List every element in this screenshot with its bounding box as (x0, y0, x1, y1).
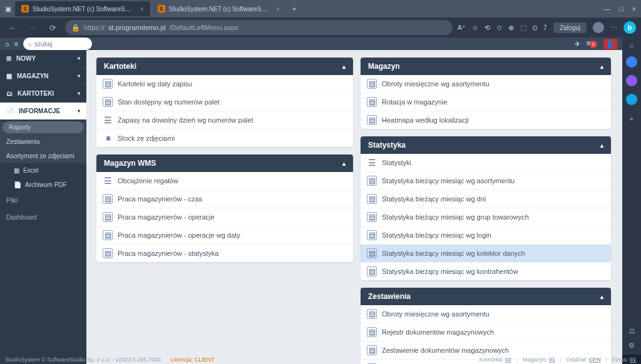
panel-header[interactable]: Zestawienia▴ (361, 288, 611, 305)
panel: Zestawienia▴▤Obroty miesięczne wg asorty… (361, 288, 611, 364)
panel-item[interactable]: ▤Praca magazynierów - operacje wg daty (96, 226, 353, 245)
main-content: Kartoteki▴▤Kartoteki wg daty zapisu▤Stan… (86, 50, 622, 364)
panel-item[interactable]: ☰Obciążenie regałów (96, 172, 353, 190)
panel-item[interactable]: ▤Rejestr dokumentów magazynowych (361, 323, 611, 341)
home-icon[interactable]: ⌂ (5, 40, 9, 48)
sync-icon[interactable]: ⟲ (485, 24, 490, 32)
panel-item[interactable]: ▤Statystyka bieżący miesiąc wg kolektor … (361, 245, 611, 263)
browser-tab[interactable]: S StudioSystem.NET (c) SoftwareS… × (151, 1, 287, 16)
maximize-button[interactable]: □ (619, 5, 623, 13)
share-icon[interactable]: ⤴ (543, 24, 547, 31)
list-icon: ☰ (367, 158, 377, 168)
chevron-icon: ▾ (78, 91, 80, 96)
back-button[interactable]: ← (5, 20, 20, 35)
window-titlebar: ▣ S StudioSystem.NET (c) SoftwareS… × S … (0, 0, 641, 18)
panel-item[interactable]: ▤Statystyka bieżący miesiąc wg login (361, 226, 611, 245)
panel-item[interactable]: ▤Statystyka bieżący miesiąc wg dni (361, 190, 611, 208)
section-icon: ⊞ (6, 55, 11, 62)
panel-item-label: Statystyka bieżący miesiąc wg login (382, 231, 491, 239)
collections-icon[interactable]: ⊕ (508, 24, 514, 32)
panel-item-label: Statystyka bieżący miesiąc wg kolektor d… (382, 250, 525, 257)
close-icon[interactable]: × (140, 6, 144, 13)
document-icon: ▤ (103, 248, 113, 258)
sidebar-link[interactable]: 📄Archiwum PDF (0, 178, 86, 192)
read-aloud-icon[interactable]: A⁺ (458, 24, 466, 32)
document-icon: ▤ (367, 97, 377, 107)
panel-item[interactable]: ◈Stock ze zdjęciami (96, 129, 353, 147)
edge-sidebar: ⌕ + ⊡ ⚙ (622, 38, 641, 355)
plus-icon[interactable]: + (630, 115, 633, 123)
panel-item[interactable]: ▤Obroty miesięczne wg asortymentu (361, 305, 611, 323)
panel-header[interactable]: Statystyka▴ (361, 136, 611, 154)
menu-icon[interactable]: ⋯ (610, 24, 617, 32)
sidebar-section[interactable]: ▦MAGAZYN▾ (0, 68, 86, 84)
browser-tab[interactable]: S StudioSystem.NET (c) SoftwareS… × (15, 1, 150, 16)
forward-button[interactable]: → (25, 20, 40, 35)
tag-icon: ◈ (101, 131, 115, 146)
search-icon[interactable]: ⌕ (630, 41, 634, 49)
user-icon[interactable]: 👤 (603, 39, 617, 49)
panel-item[interactable]: ▤Praca magazynierów - czas (96, 190, 353, 208)
search-input[interactable]: ⌕ szukaj (23, 38, 92, 50)
bing-icon[interactable]: b (623, 21, 636, 34)
panel-header[interactable]: Kartoteki▴ (96, 58, 353, 75)
close-icon[interactable]: × (276, 6, 280, 13)
panel-item[interactable]: ▤Statystyka bieżący miesiąc wg kontrahen… (361, 263, 611, 280)
panel-item[interactable]: ▤Statystyka bieżący miesiąc wg grup towa… (361, 208, 611, 226)
list-icon: ☰ (103, 115, 113, 125)
url-input[interactable]: 🔒 https://st.programdemo.pl/DefaultLeftM… (65, 20, 453, 35)
document-icon: ▤ (103, 79, 113, 89)
sidebar-group[interactable]: Dashboard (0, 209, 86, 226)
document-icon: ▤ (367, 345, 377, 355)
profile-icon[interactable] (593, 22, 604, 33)
panel-item[interactable]: ▤Obroty miesięczne wg asortymentu (361, 75, 611, 93)
panel-item-label: Stock ze zdjęciami (118, 134, 175, 142)
section-label: KARTOTEKI (18, 90, 54, 97)
sidebar-group[interactable]: Pliki (0, 192, 86, 209)
lock-icon: 🔒 (71, 24, 80, 32)
sidebar-link[interactable]: ▦Excel (0, 163, 86, 178)
mail-icon[interactable]: ✉1 (587, 39, 597, 48)
panel-item[interactable]: ▤Praca magazynierów - statystyka (96, 245, 353, 262)
sidebar-section[interactable]: 📄INFORMACJE▾ (0, 103, 86, 119)
collapse-icon[interactable]: ▴ (600, 293, 603, 300)
snapshot-icon[interactable]: ⎙ (533, 24, 537, 31)
sidebar-sub-item[interactable]: Asortyment ze zdjęciami (0, 149, 86, 163)
send-icon[interactable]: ✈ (575, 40, 580, 48)
panel-item[interactable]: ▤Heatmapa według lokalizacji (361, 111, 611, 129)
panel-item[interactable]: ▤Stan dostępny wg numerów palet (96, 93, 353, 111)
panel-item[interactable]: ▤Kartoteki wg daty zapisu (96, 75, 353, 93)
panel-header[interactable]: Magazyn▴ (361, 58, 611, 75)
extensions-icon[interactable]: ⬚ (520, 24, 526, 32)
favorites-icon[interactable]: ✩ (496, 24, 502, 32)
collapse-icon[interactable]: ▴ (600, 63, 603, 70)
sidebar-section[interactable]: 🗂KARTOTEKI▾ (0, 85, 86, 102)
panel-item[interactable]: ▤Statystyka bieżący miesiąc wg asortymen… (361, 172, 611, 190)
panel-item-label: Praca magazynierów - operacje (118, 213, 215, 221)
new-tab-button[interactable]: + (287, 5, 301, 13)
sidebar-sub-item[interactable]: Raporty (3, 121, 84, 133)
collapse-icon[interactable]: ▴ (342, 160, 346, 167)
favicon-icon: S (158, 5, 165, 13)
sidebar-sub-item[interactable]: Zestawienia (0, 134, 86, 149)
minimize-button[interactable]: — (603, 5, 610, 13)
chat-icon[interactable] (626, 56, 637, 68)
star-icon[interactable]: ☆ (472, 24, 478, 32)
login-button[interactable]: Zaloguj (553, 23, 587, 33)
section-label: NOWY (16, 55, 36, 62)
collapse-icon[interactable]: ▴ (342, 63, 346, 70)
panel-header[interactable]: Magazyn WMS▴ (96, 154, 353, 172)
performance-icon[interactable]: ⊡ (629, 327, 635, 335)
shopping-icon[interactable] (626, 75, 637, 86)
panel-item[interactable]: ☰Zapasy na dowolny dzień wg numerów pale… (96, 111, 353, 129)
close-button[interactable]: × (632, 5, 636, 13)
hamburger-icon[interactable]: ≡ (14, 40, 18, 48)
settings-icon[interactable]: ⚙ (628, 341, 635, 350)
collapse-icon[interactable]: ▴ (600, 142, 603, 149)
panel-item[interactable]: ▤Rotacja w magazynie (361, 93, 611, 111)
tools-icon[interactable] (626, 94, 637, 105)
panel-item[interactable]: ▤Praca magazynierów - operacje (96, 208, 353, 226)
refresh-button[interactable]: ⟳ (45, 20, 60, 35)
sidebar-section[interactable]: ⊞NOWY▾ (0, 50, 86, 67)
panel-item[interactable]: ☰Statystyki (361, 154, 611, 172)
